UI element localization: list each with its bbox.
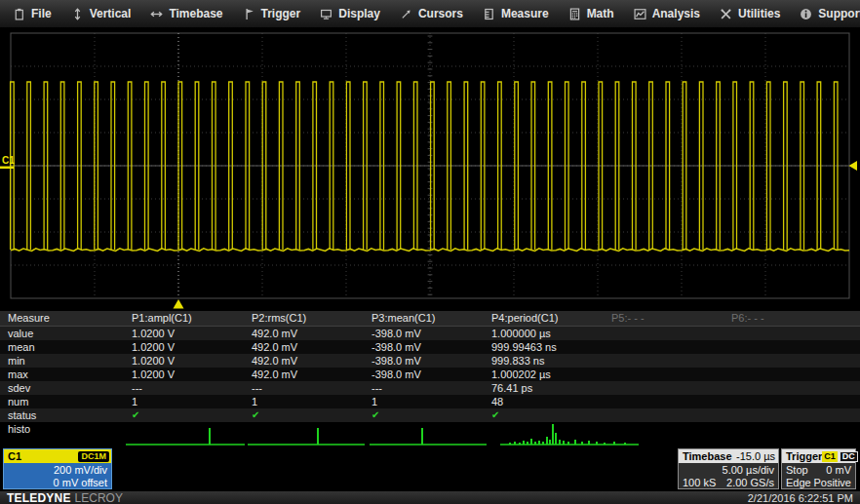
measure-row-num: num11148	[0, 395, 860, 408]
menu-item-display[interactable]: Display	[311, 0, 389, 27]
measure-cell: 492.0 mV	[246, 355, 366, 367]
menu-item-label: Timebase	[169, 7, 222, 20]
measure-header-row: MeasureP1:ampl(C1)P2:rms(C1)P3:mean(C1)P…	[0, 311, 860, 327]
measure-cell: 1.0200 V	[126, 328, 246, 339]
measure-row-value: value1.0200 V492.0 mV-398.0 mV1.000000 µ…	[0, 327, 860, 340]
menu-item-measure[interactable]: Measure	[474, 0, 558, 27]
scope-display[interactable]: C1	[0, 28, 860, 311]
measure-row-label: status	[0, 409, 126, 421]
measure-row-status: status✔✔✔✔	[0, 408, 860, 422]
measure-row-label: value	[0, 328, 126, 339]
channel-zero-marker[interactable]	[0, 167, 14, 170]
coupling-badge: DC1M	[78, 451, 109, 462]
measure-row-label: num	[0, 396, 126, 407]
display-icon	[320, 8, 332, 20]
sample-rate: 2.00 GS/s	[726, 477, 774, 489]
trigger-level: 0 mV	[826, 464, 851, 477]
measure-cell: 1	[126, 396, 246, 407]
trigger-mode: Stop	[786, 464, 808, 477]
status-check-icon: ✔	[246, 409, 366, 420]
measure-cell: 492.0 mV	[246, 341, 366, 353]
measure-param-header-p4[interactable]: P4:period(C1)	[486, 312, 606, 324]
channel-name: C1	[8, 450, 21, 462]
vertical-arrows-icon	[71, 8, 84, 20]
measure-cell: 999.99463 ns	[486, 341, 606, 353]
menu-item-label: Support	[818, 7, 860, 20]
measure-param-header-p2[interactable]: P2:rms(C1)	[246, 312, 366, 324]
trigger-level-marker[interactable]	[849, 161, 858, 171]
measure-row-min: min1.0200 V492.0 mV-398.0 mV999.833 ns	[0, 354, 860, 368]
measure-cell: 492.0 mV	[246, 368, 366, 380]
status-check-icon: ✔	[486, 409, 606, 420]
offset-value: 0 mV offset	[8, 477, 107, 489]
measure-cell: -398.0 mV	[366, 368, 486, 380]
menu-item-math[interactable]: Math	[560, 0, 623, 27]
menu-item-file[interactable]: File	[4, 0, 60, 27]
menu-item-label: Trigger	[261, 7, 301, 20]
measure-param-header-p6[interactable]: P6:- - -	[725, 312, 860, 324]
calculator-icon	[568, 8, 581, 20]
measure-corner-label: Measure	[0, 312, 126, 324]
info-icon	[800, 8, 812, 20]
trigger-slope: Positive	[813, 477, 851, 489]
menu-item-label: Display	[338, 7, 380, 20]
trigger-source-badge: C1	[822, 451, 838, 462]
menu-item-analysis[interactable]: Analysis	[625, 0, 709, 27]
trigger-descriptor[interactable]: Trigger C1 DC Stop 0 mV Edge Positive	[781, 448, 856, 489]
measure-param-header-p3[interactable]: P3:mean(C1)	[366, 312, 486, 324]
measure-row-label: sdev	[0, 382, 126, 394]
measure-row-histo: histo	[0, 422, 860, 447]
trigger-position-marker[interactable]	[174, 299, 184, 309]
histogram-svg	[0, 422, 860, 447]
menu-item-vertical[interactable]: Vertical	[62, 0, 140, 27]
measure-cell: 999.833 ns	[486, 355, 606, 367]
menu-item-utilities[interactable]: Utilities	[711, 0, 789, 27]
measure-cell: 1.000000 µs	[486, 328, 606, 339]
measure-cell: ---	[126, 382, 246, 394]
measure-param-header-p5[interactable]: P5:- - -	[606, 312, 725, 324]
time-per-div: 5.00 µs/div	[723, 464, 774, 477]
measure-row-label: max	[0, 368, 126, 380]
channel-c1-descriptor[interactable]: C1 DC1M 200 mV/div 0 mV offset	[3, 448, 112, 489]
menu-item-support[interactable]: Support	[791, 0, 860, 27]
menu-item-label: Utilities	[738, 7, 780, 20]
timebase-offset: -15.0 µs	[736, 450, 775, 462]
measure-cell: 1	[366, 396, 486, 407]
timebase-descriptor[interactable]: Timebase -15.0 µs 5.00 µs/div 100 kS 2.0…	[678, 448, 779, 489]
measure-param-header-p1[interactable]: P1:ampl(C1)	[126, 312, 246, 324]
status-check-icon: ✔	[366, 409, 486, 420]
measure-cell: 1.0200 V	[126, 368, 246, 380]
trigger-title: Trigger	[786, 450, 822, 462]
measure-icon	[483, 8, 495, 20]
measure-cell: 1.0200 V	[126, 341, 246, 353]
measure-cell: ---	[366, 382, 486, 394]
menubar: FileVerticalTimebaseTriggerDisplayCursor…	[0, 0, 860, 28]
measure-table: MeasureP1:ampl(C1)P2:rms(C1)P3:mean(C1)P…	[0, 311, 860, 447]
menu-item-label: Vertical	[90, 7, 132, 20]
menu-item-timebase[interactable]: Timebase	[141, 0, 231, 27]
measure-row-label: min	[0, 355, 126, 367]
horizontal-arrows-icon	[150, 8, 163, 20]
file-icon	[13, 8, 25, 20]
volts-per-div: 200 mV/div	[8, 464, 107, 477]
trigger-coupling-badge: DC	[840, 451, 858, 462]
menu-item-cursors[interactable]: Cursors	[391, 0, 472, 27]
trigger-type: Edge	[786, 477, 811, 489]
menu-item-label: Cursors	[418, 7, 463, 20]
measure-row-max: max1.0200 V492.0 mV-398.0 mV1.000202 µs	[0, 368, 860, 381]
brand-logo: TELEDYNELECROY	[7, 491, 123, 504]
utilities-tools-icon	[720, 8, 732, 20]
menu-item-trigger[interactable]: Trigger	[234, 0, 310, 27]
timebase-title: Timebase	[683, 450, 732, 462]
measure-row-sdev: sdev---------76.41 ps	[0, 381, 860, 395]
measure-cell: -398.0 mV	[366, 355, 486, 367]
measure-row-mean: mean1.0200 V492.0 mV-398.0 mV999.99463 n…	[0, 340, 860, 354]
menu-item-label: File	[31, 7, 52, 20]
waveform-svg: C1	[0, 28, 860, 311]
measure-cell: ---	[246, 382, 366, 394]
menu-item-label: Math	[587, 7, 614, 20]
measure-cell: 48	[486, 396, 606, 407]
cursor-arrow-icon	[400, 8, 412, 20]
measure-cell: -398.0 mV	[366, 341, 486, 353]
descriptor-bar: C1 DC1M 200 mV/div 0 mV offset Timebase …	[0, 447, 860, 490]
